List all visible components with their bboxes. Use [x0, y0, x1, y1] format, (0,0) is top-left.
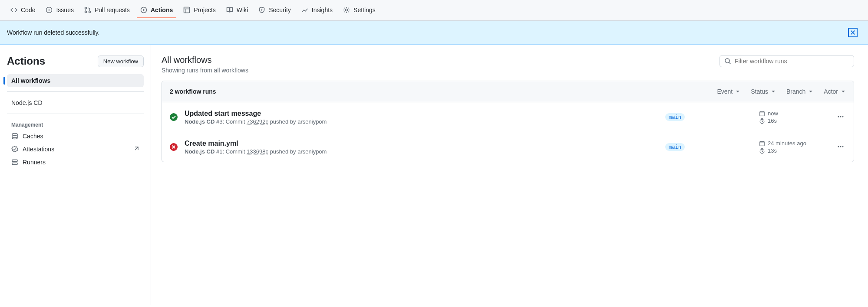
svg-point-22 [838, 146, 839, 147]
nav-pull-requests[interactable]: Pull requests [81, 2, 133, 19]
svg-point-7 [262, 9, 262, 10]
run-meta: Node.js CD #3: Commit 736292c pushed by … [185, 118, 658, 125]
svg-rect-6 [184, 7, 190, 13]
caches-icon [11, 133, 18, 140]
filter-branch[interactable]: Branch [786, 88, 813, 95]
kebab-icon [837, 113, 844, 120]
flash-message: Workflow run deleted successfully. [7, 29, 99, 36]
sidebar-management-heading: Management [7, 118, 144, 130]
sidebar-item-label: Attestations [23, 146, 54, 153]
sidebar-workflow-item[interactable]: Node.js CD [7, 96, 144, 109]
nav-label: Wiki [237, 7, 248, 13]
filter-actor[interactable]: Actor [824, 88, 846, 95]
svg-point-12 [725, 59, 729, 63]
search-input[interactable] [735, 58, 849, 65]
commit-link[interactable]: 133698c [247, 148, 268, 155]
stopwatch-icon [759, 148, 765, 154]
nav-label: Settings [353, 7, 376, 13]
repo-nav: Code Issues Pull requests Actions Projec… [0, 0, 868, 21]
verified-icon [11, 146, 18, 153]
run-meta: Node.js CD #1: Commit 133698c pushed by … [185, 148, 658, 155]
nav-label: Issues [56, 7, 73, 13]
svg-point-16 [838, 116, 839, 117]
issue-icon [46, 7, 53, 13]
run-row[interactable]: Updated start message Node.js CD #3: Com… [162, 102, 854, 132]
nav-label: Code [21, 7, 35, 13]
run-title: Create main.yml [185, 140, 658, 147]
page-subtitle: Showing runs from all workflows [162, 67, 248, 74]
runs-count: 2 workflow runs [170, 88, 216, 95]
page-title: All workflows [162, 55, 248, 65]
branch-badge[interactable]: main [665, 143, 685, 151]
flash-banner: Workflow run deleted successfully. [0, 21, 868, 45]
nav-settings[interactable]: Settings [340, 2, 379, 19]
caret-down-icon [808, 89, 813, 94]
run-title: Updated start message [185, 110, 658, 118]
book-icon [226, 7, 233, 13]
actor-link[interactable]: arseniypom [297, 118, 327, 125]
new-workflow-button[interactable]: New workflow [98, 56, 144, 67]
project-icon [183, 7, 190, 13]
svg-point-17 [840, 116, 842, 117]
svg-point-23 [840, 146, 842, 147]
nav-wiki[interactable]: Wiki [223, 2, 251, 19]
sidebar-caches[interactable]: Caches [7, 130, 144, 143]
run-timing: now 16s [759, 109, 828, 125]
sidebar-attestations[interactable]: Attestations [7, 143, 144, 156]
svg-point-13 [170, 113, 178, 121]
run-actions-menu[interactable] [835, 111, 846, 123]
calendar-icon [759, 111, 765, 117]
sidebar-item-label: Runners [23, 159, 46, 166]
run-row[interactable]: Create main.yml Node.js CD #1: Commit 13… [162, 132, 854, 162]
runners-icon [11, 159, 18, 166]
runs-table: 2 workflow runs Event Status Branch [162, 81, 854, 162]
sidebar-item-label: Node.js CD [11, 99, 43, 106]
calendar-icon [759, 140, 765, 147]
nav-label: Insights [312, 7, 333, 13]
sidebar-all-workflows[interactable]: All workflows [7, 74, 144, 87]
caret-down-icon [735, 89, 740, 94]
sidebar: Actions New workflow All workflows Node.… [0, 45, 151, 305]
svg-point-24 [842, 146, 844, 147]
nav-label: Pull requests [95, 7, 130, 13]
shield-icon [258, 7, 265, 13]
nav-label: Security [269, 7, 291, 13]
filter-search[interactable] [719, 55, 854, 67]
main-content: All workflows Showing runs from all work… [151, 45, 868, 305]
sidebar-runners[interactable]: Runners [7, 156, 144, 169]
nav-label: Actions [151, 7, 173, 13]
nav-projects[interactable]: Projects [180, 2, 219, 19]
nav-insights[interactable]: Insights [298, 2, 336, 19]
sidebar-item-label: Caches [23, 133, 43, 140]
caret-down-icon [771, 89, 776, 94]
nav-issues[interactable]: Issues [42, 2, 77, 19]
svg-point-3 [85, 11, 86, 13]
filter-label: Status [751, 88, 768, 95]
svg-rect-11 [12, 163, 17, 165]
external-link-icon [132, 146, 139, 153]
nav-label: Projects [194, 7, 216, 13]
graph-icon [301, 7, 308, 13]
svg-rect-10 [12, 160, 17, 162]
code-icon [10, 7, 17, 13]
filter-status[interactable]: Status [751, 88, 776, 95]
nav-code[interactable]: Code [7, 2, 39, 19]
run-actions-menu[interactable] [835, 141, 846, 153]
nav-security[interactable]: Security [255, 2, 294, 19]
git-pull-icon [84, 7, 91, 13]
branch-badge[interactable]: main [665, 113, 685, 121]
play-icon [140, 7, 147, 13]
search-icon [724, 58, 731, 65]
svg-rect-20 [760, 141, 765, 146]
filter-event[interactable]: Event [717, 88, 740, 95]
commit-link[interactable]: 736292c [247, 118, 268, 125]
actor-link[interactable]: arseniypom [297, 148, 327, 155]
filter-label: Actor [824, 88, 838, 95]
flash-close-button[interactable] [848, 28, 858, 37]
sidebar-item-label: All workflows [11, 77, 50, 84]
svg-rect-14 [760, 111, 765, 116]
failure-icon [170, 143, 178, 151]
sidebar-title: Actions [7, 55, 45, 67]
close-icon [850, 29, 856, 36]
nav-actions[interactable]: Actions [137, 2, 176, 19]
